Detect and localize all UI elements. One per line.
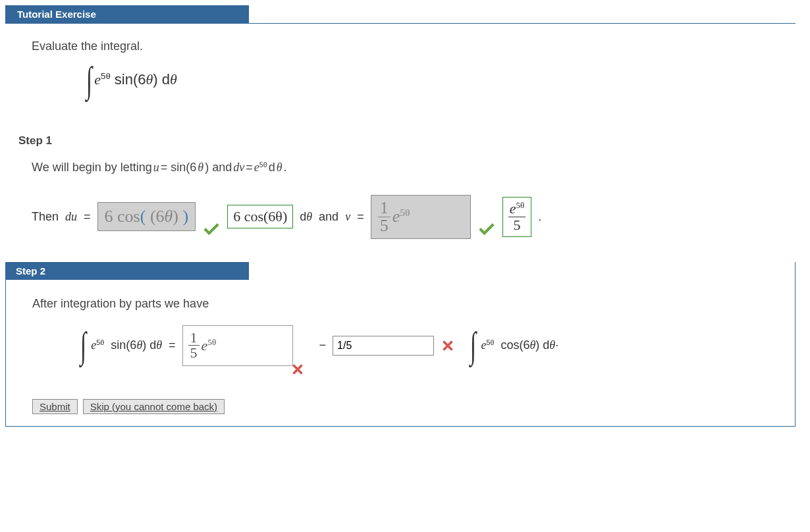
step2-equation-row: ∫ e5θ sin(6θ) dθ = 15 e5θ − ∫ e5θ cos(6θ…	[78, 325, 795, 366]
step1-input-v[interactable]: 15 e5θ	[371, 195, 471, 239]
step2-header: Step 2	[5, 262, 249, 280]
step2-input-1[interactable]: 15 e5θ	[182, 325, 293, 366]
step1-line1: We will begin by letting u = sin(6θ) and…	[32, 161, 805, 175]
integral-sign-icon: ∫	[470, 331, 476, 360]
buttons-row: Submit Skip (you cannot come back)	[32, 399, 795, 414]
page-root: Tutorial Exercise Evaluate the integral.…	[0, 0, 810, 440]
check-icon	[202, 221, 221, 239]
step1-answers-row: Then du = 6 cos( (6θ) ) 6 cos(6θ) dθ and…	[32, 195, 805, 239]
prompt-text: Evaluate the integral.	[32, 40, 805, 53]
step2-line1: After integration by parts we have	[32, 297, 795, 311]
integral-sign-icon: ∫	[86, 65, 92, 95]
integral-sign-icon: ∫	[80, 331, 86, 360]
cross-icon	[441, 338, 455, 353]
step2-block: Step 2 After integration by parts we hav…	[5, 262, 796, 427]
tutorial-header: Tutorial Exercise	[5, 5, 249, 23]
check-icon	[477, 221, 496, 239]
integrand-e: e5θ	[94, 71, 110, 88]
submit-button[interactable]: Submit	[32, 399, 78, 414]
integral-expression: ∫ e5θ sin(6θ) dθ	[84, 65, 805, 95]
step1-correct-du: 6 cos(6θ)	[227, 205, 293, 228]
lhs-sin: sin(6θ) dθ	[111, 338, 162, 352]
step1-label: Step 1	[18, 134, 805, 147]
step1-dtheta: dθ	[300, 210, 312, 224]
integrand-sin: sin(6θ) dθ	[115, 71, 177, 88]
skip-button[interactable]: Skip (you cannot come back)	[83, 399, 225, 414]
step1-correct-v: e5θ 5	[502, 197, 532, 237]
step2-input-2[interactable]	[333, 336, 434, 356]
tutorial-header-row: Tutorial Exercise	[5, 5, 796, 24]
step1-input-du[interactable]: 6 cos( (6θ) )	[97, 202, 196, 231]
rhs-cos: cos(6θ) dθ·	[500, 338, 558, 352]
cross-icon	[290, 362, 305, 377]
